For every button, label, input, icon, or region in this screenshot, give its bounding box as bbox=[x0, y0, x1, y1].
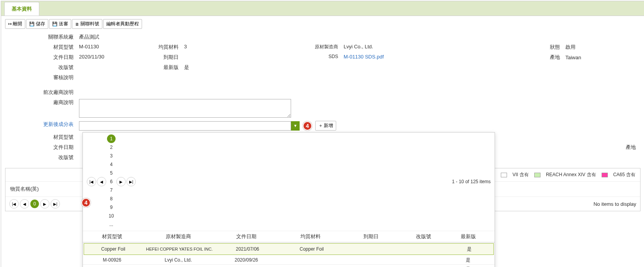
mfr-value: Lvyi Co., Ltd. bbox=[344, 44, 373, 50]
swatch-vii bbox=[501, 173, 507, 177]
dd-pager-first[interactable]: |◀ bbox=[87, 177, 96, 186]
dd-header-latest[interactable]: 最新版 bbox=[449, 233, 488, 240]
dd-cell-mat: Copper Foil bbox=[84, 246, 142, 252]
pager-page-0[interactable]: 0 bbox=[30, 200, 39, 208]
audit-label: 審核說明 bbox=[5, 74, 79, 81]
swatch-reach bbox=[534, 173, 540, 177]
matno-value: M-01130 bbox=[79, 44, 99, 51]
caret-down-icon: ▼ bbox=[293, 124, 297, 128]
vendor-label: 廠商說明 bbox=[5, 99, 79, 106]
toolbar: ↦離開 💾儲存 💾送審 🗎關聯料號 編輯者異動歷程 bbox=[1, 16, 644, 32]
sysfactory-value: 產品測試 bbox=[79, 34, 99, 41]
dd-page-3[interactable]: 3 bbox=[107, 152, 116, 160]
dd-cell-date: 2021/07/06 bbox=[216, 246, 279, 252]
homo-label: 均質材料 bbox=[153, 44, 184, 51]
composition-combo-dropdown-button[interactable]: ▼ bbox=[291, 121, 300, 131]
dd-page-1[interactable]: 1 bbox=[107, 134, 116, 143]
dd-page-4[interactable]: 4 bbox=[107, 160, 116, 169]
dd-header-date[interactable]: 文件日期 bbox=[215, 233, 277, 240]
dd-page-9[interactable]: 9 bbox=[107, 203, 116, 212]
leave-button[interactable]: ↦離開 bbox=[5, 19, 25, 29]
dd-pager-next[interactable]: ▶ bbox=[116, 177, 126, 186]
plus-icon: ＋ bbox=[318, 122, 323, 129]
dd-page-2[interactable]: 2 bbox=[107, 143, 116, 152]
tab-basic[interactable]: 基本資料 bbox=[4, 2, 39, 16]
submit-icon: 💾 bbox=[52, 21, 58, 27]
doc-icon: 🗎 bbox=[75, 22, 79, 27]
status-label: 狀態 bbox=[480, 44, 565, 51]
add-button[interactable]: ＋新增 bbox=[315, 121, 336, 131]
dd-pager-prev[interactable]: ◀ bbox=[97, 177, 106, 186]
save-button[interactable]: 💾儲存 bbox=[26, 19, 48, 29]
dd-cell-latest: 是 bbox=[449, 257, 488, 263]
sds-link[interactable]: M-01130 SDS.pdf bbox=[344, 54, 384, 60]
callout-4b: 4 bbox=[81, 198, 91, 207]
swatch-ca65 bbox=[602, 173, 608, 177]
dd-header-homo[interactable]: 均質材料 bbox=[277, 233, 344, 240]
save-icon: 💾 bbox=[29, 21, 35, 27]
dd-cell-mfr: Lvyi Co., Ltd. bbox=[141, 257, 215, 263]
dd-page-8[interactable]: 8 bbox=[107, 195, 116, 203]
origin-value: Taiwan bbox=[565, 55, 581, 60]
origin2-label: 產地 bbox=[626, 144, 636, 151]
dd-row[interactable]: Copper FoilHEFEI COPPER YATES FOIL INC.2… bbox=[84, 243, 494, 255]
legend-vii: VII 含有 bbox=[512, 172, 529, 178]
dd-page-...[interactable]: ... bbox=[107, 220, 116, 229]
origin-label: 產地 bbox=[480, 54, 565, 61]
latest-label: 最新版 bbox=[153, 64, 184, 71]
pager-first[interactable]: |◀ bbox=[9, 199, 19, 209]
homo-value: 3 bbox=[184, 44, 187, 51]
dd-cell-latest: 是 bbox=[449, 266, 488, 267]
dd-page-info: 1 - 10 of 125 items bbox=[452, 179, 491, 184]
expdate-label: 到期日 bbox=[153, 54, 184, 61]
rev2-label: 改版號 bbox=[5, 154, 79, 161]
vendor-desc-input[interactable] bbox=[79, 99, 291, 118]
dd-pager-last[interactable]: ▶| bbox=[126, 177, 136, 186]
docdate2-label: 文件日期 bbox=[5, 144, 79, 151]
status-value: 啟用 bbox=[565, 44, 576, 51]
dd-row[interactable]: M-01130Lvyi Co., Ltd.2020/09/26是 bbox=[83, 265, 495, 267]
sysfactory-label: 關聯系統廠 bbox=[5, 34, 79, 41]
matno-label: 材質型號 bbox=[5, 44, 79, 51]
updatecomp-label: 更新後成分表 bbox=[5, 121, 79, 128]
dd-header-mfr[interactable]: 原材製造商 bbox=[141, 233, 215, 240]
dd-page-7[interactable]: 7 bbox=[107, 186, 116, 195]
submit-button[interactable]: 💾送審 bbox=[49, 19, 71, 29]
dd-page-6[interactable]: 6 bbox=[107, 177, 116, 186]
prev-label: 前次廠商說明 bbox=[5, 89, 79, 96]
pager-next[interactable]: ▶ bbox=[40, 199, 49, 209]
dd-cell-homo: Copper Foil bbox=[279, 246, 345, 252]
rev-label: 改版號 bbox=[5, 64, 79, 71]
dd-cell-mfr: HEFEI COPPER YATES FOIL INC. bbox=[142, 247, 216, 251]
dd-page-10[interactable]: 10 bbox=[107, 212, 116, 220]
latest-value: 是 bbox=[184, 64, 189, 71]
dd-cell-mat: M-00926 bbox=[83, 257, 141, 263]
dd-header-mat[interactable]: 材質型號 bbox=[83, 233, 141, 240]
exit-icon: ↦ bbox=[8, 21, 12, 27]
history-button[interactable]: 編輯者異動歷程 bbox=[103, 19, 142, 29]
legend-ca65: CA65 含有 bbox=[613, 172, 635, 178]
mfr-label: 原材製造商 bbox=[301, 44, 344, 50]
composition-dropdown-panel: |◀ ◀ 12345678910... ▶ ▶| 1 - 10 of 125 i… bbox=[82, 132, 495, 267]
sds-label: SDS bbox=[301, 54, 344, 60]
dd-header-rev[interactable]: 改版號 bbox=[398, 233, 449, 240]
dd-page-5[interactable]: 5 bbox=[107, 169, 116, 177]
pager-prev[interactable]: ◀ bbox=[20, 199, 29, 209]
callout-4a: 4 bbox=[303, 121, 312, 131]
no-items-label: No items to display bbox=[593, 201, 636, 207]
tab-bar: 基本資料 bbox=[1, 1, 644, 16]
pager-last[interactable]: ▶| bbox=[51, 199, 60, 209]
dd-header-exp[interactable]: 到期日 bbox=[344, 233, 398, 240]
legend-reach: REACH Annex XIV 含有 bbox=[546, 172, 596, 178]
dd-cell-latest: 是 bbox=[450, 246, 489, 253]
composition-combo-input[interactable] bbox=[79, 121, 291, 131]
link-partno-button[interactable]: 🗎關聯料號 bbox=[72, 19, 102, 29]
docdate-value: 2020/11/30 bbox=[79, 54, 104, 61]
dd-cell-date: 2020/09/26 bbox=[215, 257, 277, 263]
dd-row[interactable]: M-00926Lvyi Co., Ltd.2020/09/26是 bbox=[83, 256, 495, 265]
docdate-label: 文件日期 bbox=[5, 54, 79, 61]
matno2-label: 材質型號 bbox=[5, 134, 79, 141]
